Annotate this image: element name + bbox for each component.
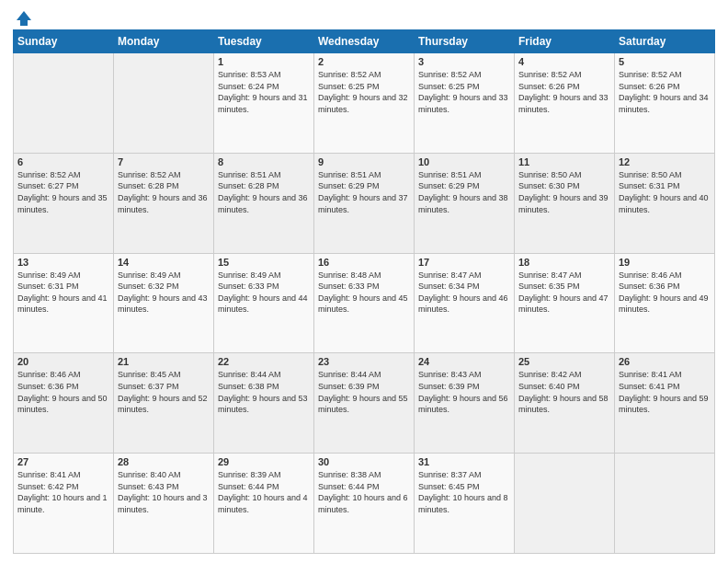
day-info: Sunrise: 8:46 AM Sunset: 6:36 PM Dayligh… <box>17 369 109 415</box>
day-number: 27 <box>17 456 109 467</box>
calendar-cell: 18Sunrise: 8:47 AM Sunset: 6:35 PM Dayli… <box>515 253 615 353</box>
calendar-cell: 6Sunrise: 8:52 AM Sunset: 6:27 PM Daylig… <box>14 153 114 253</box>
day-info: Sunrise: 8:49 AM Sunset: 6:32 PM Dayligh… <box>118 270 210 316</box>
day-number: 29 <box>218 456 310 467</box>
calendar-cell: 22Sunrise: 8:44 AM Sunset: 6:38 PM Dayli… <box>214 353 314 454</box>
day-info: Sunrise: 8:52 AM Sunset: 6:25 PM Dayligh… <box>418 69 510 115</box>
day-number: 17 <box>418 257 510 268</box>
calendar-cell: 31Sunrise: 8:37 AM Sunset: 6:45 PM Dayli… <box>415 454 515 554</box>
weekday-header-saturday: Saturday <box>615 30 715 53</box>
calendar-cell: 1Sunrise: 8:53 AM Sunset: 6:24 PM Daylig… <box>214 53 314 154</box>
day-number: 22 <box>218 356 310 367</box>
day-number: 3 <box>418 56 510 67</box>
weekday-header-monday: Monday <box>114 30 214 53</box>
calendar-cell: 27Sunrise: 8:41 AM Sunset: 6:42 PM Dayli… <box>14 454 114 554</box>
day-number: 18 <box>518 257 610 268</box>
calendar-cell: 10Sunrise: 8:51 AM Sunset: 6:29 PM Dayli… <box>415 153 515 253</box>
day-info: Sunrise: 8:49 AM Sunset: 6:33 PM Dayligh… <box>218 270 310 316</box>
calendar-cell: 9Sunrise: 8:51 AM Sunset: 6:29 PM Daylig… <box>314 153 415 253</box>
calendar-cell: 15Sunrise: 8:49 AM Sunset: 6:33 PM Dayli… <box>214 253 314 353</box>
weekday-header-wednesday: Wednesday <box>314 30 415 53</box>
day-info: Sunrise: 8:42 AM Sunset: 6:40 PM Dayligh… <box>518 369 610 415</box>
calendar-cell <box>515 454 615 554</box>
calendar-cell: 14Sunrise: 8:49 AM Sunset: 6:32 PM Dayli… <box>114 253 214 353</box>
calendar-cell: 28Sunrise: 8:40 AM Sunset: 6:43 PM Dayli… <box>114 454 214 554</box>
day-number: 23 <box>318 356 410 367</box>
day-info: Sunrise: 8:45 AM Sunset: 6:37 PM Dayligh… <box>118 369 210 415</box>
day-number: 5 <box>619 56 711 67</box>
calendar-cell: 25Sunrise: 8:42 AM Sunset: 6:40 PM Dayli… <box>515 353 615 454</box>
day-number: 19 <box>619 257 711 268</box>
logo-icon <box>15 9 33 28</box>
day-number: 16 <box>318 257 410 268</box>
day-number: 9 <box>318 156 410 167</box>
day-info: Sunrise: 8:41 AM Sunset: 6:41 PM Dayligh… <box>619 369 711 415</box>
day-info: Sunrise: 8:51 AM Sunset: 6:29 PM Dayligh… <box>418 169 510 215</box>
day-number: 11 <box>518 156 610 167</box>
day-info: Sunrise: 8:52 AM Sunset: 6:27 PM Dayligh… <box>17 169 109 215</box>
calendar-cell: 13Sunrise: 8:49 AM Sunset: 6:31 PM Dayli… <box>14 253 114 353</box>
calendar-cell: 20Sunrise: 8:46 AM Sunset: 6:36 PM Dayli… <box>14 353 114 454</box>
calendar-cell: 26Sunrise: 8:41 AM Sunset: 6:41 PM Dayli… <box>615 353 715 454</box>
day-number: 14 <box>118 257 210 268</box>
day-number: 20 <box>17 356 109 367</box>
weekday-header-thursday: Thursday <box>415 30 515 53</box>
day-number: 10 <box>418 156 510 167</box>
day-number: 8 <box>218 156 310 167</box>
day-number: 6 <box>17 156 109 167</box>
day-info: Sunrise: 8:39 AM Sunset: 6:44 PM Dayligh… <box>218 469 310 515</box>
calendar-cell <box>14 53 114 154</box>
day-info: Sunrise: 8:37 AM Sunset: 6:45 PM Dayligh… <box>418 469 510 515</box>
calendar-cell: 7Sunrise: 8:52 AM Sunset: 6:28 PM Daylig… <box>114 153 214 253</box>
calendar-cell <box>114 53 214 154</box>
day-number: 26 <box>619 356 711 367</box>
header <box>13 9 715 24</box>
day-info: Sunrise: 8:46 AM Sunset: 6:36 PM Dayligh… <box>619 270 711 316</box>
calendar-cell: 17Sunrise: 8:47 AM Sunset: 6:34 PM Dayli… <box>415 253 515 353</box>
weekday-header-tuesday: Tuesday <box>214 30 314 53</box>
day-number: 25 <box>518 356 610 367</box>
svg-marker-0 <box>17 11 31 26</box>
day-info: Sunrise: 8:43 AM Sunset: 6:39 PM Dayligh… <box>418 369 510 415</box>
day-number: 1 <box>218 56 310 67</box>
calendar-cell: 23Sunrise: 8:44 AM Sunset: 6:39 PM Dayli… <box>314 353 415 454</box>
day-info: Sunrise: 8:49 AM Sunset: 6:31 PM Dayligh… <box>17 270 109 316</box>
day-number: 21 <box>118 356 210 367</box>
weekday-header-friday: Friday <box>515 30 615 53</box>
calendar-cell: 16Sunrise: 8:48 AM Sunset: 6:33 PM Dayli… <box>314 253 415 353</box>
day-number: 31 <box>418 456 510 467</box>
day-info: Sunrise: 8:51 AM Sunset: 6:29 PM Dayligh… <box>318 169 410 215</box>
day-info: Sunrise: 8:48 AM Sunset: 6:33 PM Dayligh… <box>318 270 410 316</box>
day-number: 12 <box>619 156 711 167</box>
day-info: Sunrise: 8:40 AM Sunset: 6:43 PM Dayligh… <box>118 469 210 515</box>
calendar-cell <box>615 454 715 554</box>
day-number: 7 <box>118 156 210 167</box>
day-info: Sunrise: 8:51 AM Sunset: 6:28 PM Dayligh… <box>218 169 310 215</box>
calendar-cell: 19Sunrise: 8:46 AM Sunset: 6:36 PM Dayli… <box>615 253 715 353</box>
calendar-cell: 8Sunrise: 8:51 AM Sunset: 6:28 PM Daylig… <box>214 153 314 253</box>
calendar: SundayMondayTuesdayWednesdayThursdayFrid… <box>13 29 715 554</box>
day-number: 13 <box>17 257 109 268</box>
day-number: 15 <box>218 257 310 268</box>
day-info: Sunrise: 8:53 AM Sunset: 6:24 PM Dayligh… <box>218 69 310 115</box>
calendar-cell: 3Sunrise: 8:52 AM Sunset: 6:25 PM Daylig… <box>415 53 515 154</box>
day-info: Sunrise: 8:52 AM Sunset: 6:26 PM Dayligh… <box>619 69 711 115</box>
day-info: Sunrise: 8:52 AM Sunset: 6:26 PM Dayligh… <box>518 69 610 115</box>
day-info: Sunrise: 8:47 AM Sunset: 6:35 PM Dayligh… <box>518 270 610 316</box>
day-info: Sunrise: 8:38 AM Sunset: 6:44 PM Dayligh… <box>318 469 410 515</box>
weekday-header-sunday: Sunday <box>14 30 114 53</box>
calendar-cell: 21Sunrise: 8:45 AM Sunset: 6:37 PM Dayli… <box>114 353 214 454</box>
day-info: Sunrise: 8:47 AM Sunset: 6:34 PM Dayligh… <box>418 270 510 316</box>
day-number: 30 <box>318 456 410 467</box>
calendar-cell: 30Sunrise: 8:38 AM Sunset: 6:44 PM Dayli… <box>314 454 415 554</box>
day-info: Sunrise: 8:44 AM Sunset: 6:38 PM Dayligh… <box>218 369 310 415</box>
calendar-cell: 11Sunrise: 8:50 AM Sunset: 6:30 PM Dayli… <box>515 153 615 253</box>
calendar-cell: 29Sunrise: 8:39 AM Sunset: 6:44 PM Dayli… <box>214 454 314 554</box>
day-info: Sunrise: 8:50 AM Sunset: 6:30 PM Dayligh… <box>518 169 610 215</box>
logo <box>13 9 33 24</box>
day-number: 2 <box>318 56 410 67</box>
day-info: Sunrise: 8:41 AM Sunset: 6:42 PM Dayligh… <box>17 469 109 515</box>
page: SundayMondayTuesdayWednesdayThursdayFrid… <box>0 0 728 563</box>
day-info: Sunrise: 8:52 AM Sunset: 6:25 PM Dayligh… <box>318 69 410 115</box>
day-info: Sunrise: 8:50 AM Sunset: 6:31 PM Dayligh… <box>619 169 711 215</box>
